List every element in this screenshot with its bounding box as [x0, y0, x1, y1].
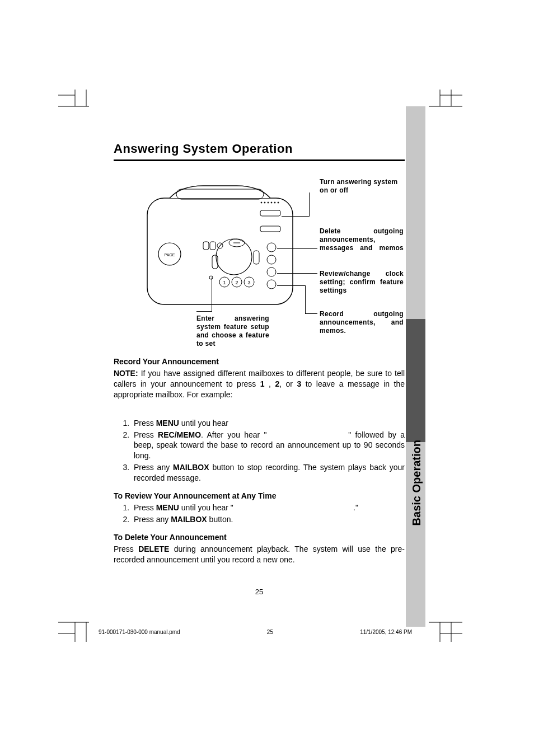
heading-record-announcement: Record Your Announcement [114, 357, 405, 366]
svg-text:PAGE: PAGE [165, 253, 175, 257]
page-number: 25 [114, 588, 405, 596]
side-tab-label: Basic Operation [410, 440, 423, 525]
text: until you hear [179, 419, 231, 428]
content-column: Answering System Operation PAGE [114, 142, 405, 596]
review-step-2: Press any MAILBOX button. [132, 514, 405, 525]
digit-2: 2 [275, 379, 279, 388]
text: Press [134, 430, 158, 439]
footer-page: 25 [267, 629, 273, 635]
note-label: NOTE: [114, 369, 138, 378]
rec-memo-key: REC/MEMO [158, 430, 201, 439]
footer-filename: 91-000171-030-000 manual.pmd [99, 629, 180, 635]
svg-point-48 [271, 202, 272, 203]
svg-point-47 [268, 202, 269, 203]
callout-delete: Delete outgoing announcements, messages … [320, 227, 404, 252]
record-steps: Press MENU until you hear "Announcement.… [114, 418, 405, 483]
leader-line [309, 192, 310, 216]
text: . After you hear " [201, 430, 266, 439]
digit-1: 1 [260, 379, 265, 388]
voice-prompt: To Play announcement, press play [233, 503, 353, 512]
menu-key: MENU [156, 419, 179, 428]
phone-base-illustration: PAGE 1 2 3 [142, 181, 298, 310]
callout-record: Record outgoing announcements, and memos… [320, 310, 404, 335]
svg-point-46 [264, 202, 265, 203]
device-diagram: PAGE 1 2 3 [114, 171, 405, 350]
leader-line [282, 216, 310, 217]
callout-review: Review/change clock setting; confirm fea… [320, 270, 404, 295]
crop-mark-top-left [58, 90, 92, 123]
record-step-1: Press MENU until you hear "Announcement.… [132, 418, 405, 429]
record-step-3: Press any MAILBOX button to stop recordi… [132, 462, 405, 483]
page: Basic Operation Answering System Operati… [0, 0, 534, 756]
svg-point-45 [261, 202, 262, 203]
leader-line [196, 311, 212, 312]
text: Press [134, 419, 156, 428]
footer: 91-000171-030-000 manual.pmd 25 11/1/200… [99, 629, 412, 635]
callout-on-off: Turn answering system on or off [320, 178, 401, 195]
svg-text:1: 1 [223, 280, 226, 285]
note-paragraph: NOTE: If you have assigned different mai… [114, 368, 405, 400]
svg-point-49 [274, 202, 275, 203]
text: Press any [134, 463, 173, 472]
text: until you hear " [179, 503, 233, 512]
leader-line [305, 313, 317, 314]
record-step-2: Press REC/MEMO. After you hear "Record a… [132, 430, 405, 462]
crop-mark-bottom-left [58, 617, 92, 650]
voice-prompt: Record after the beep [267, 430, 349, 439]
review-steps: Press MENU until you hear "To Play annou… [114, 503, 405, 525]
svg-text:2: 2 [235, 280, 238, 285]
menu-key: MENU [156, 503, 179, 512]
text: Press [114, 544, 138, 553]
text: Press any [134, 515, 171, 524]
review-step-1: Press MENU until you hear "To Play annou… [132, 503, 405, 513]
title-rule [114, 159, 405, 161]
text: ." [353, 503, 358, 512]
heading-delete: To Delete Your Announcement [114, 533, 405, 542]
leader-line [277, 273, 317, 274]
callout-menu: Enter answering system feature setup and… [196, 314, 269, 348]
leader-line [212, 278, 212, 311]
svg-text:3: 3 [247, 280, 250, 285]
footer-timestamp: 11/1/2005, 12:46 PM [360, 629, 412, 635]
text: Press [134, 503, 156, 512]
leader-line [277, 248, 317, 249]
svg-point-50 [278, 202, 279, 203]
crop-mark-bottom-right [429, 617, 468, 650]
heading-review: To Review Your Announcement at Any Time [114, 491, 405, 500]
delete-key: DELETE [138, 544, 169, 553]
mailbox-key: MAILBOX [173, 463, 209, 472]
page-title: Answering System Operation [114, 142, 405, 156]
crop-mark-top-right [429, 90, 468, 123]
mailbox-key: MAILBOX [171, 515, 207, 524]
text: button. [207, 515, 233, 524]
delete-body: Press DELETE during announcement playbac… [114, 544, 405, 565]
side-tab-block [406, 319, 425, 442]
leader-line [277, 285, 305, 286]
leader-line [305, 285, 306, 313]
